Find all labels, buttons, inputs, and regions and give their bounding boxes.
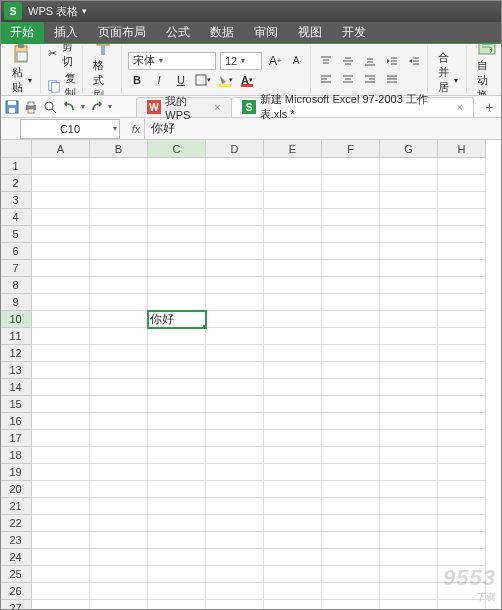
cell-F11[interactable] — [322, 328, 380, 345]
row-header-23[interactable]: 23 — [0, 532, 32, 549]
cell-E15[interactable] — [264, 396, 322, 413]
cell-F25[interactable] — [322, 566, 380, 583]
cell-D5[interactable] — [206, 226, 264, 243]
row-header-26[interactable]: 26 — [0, 583, 32, 600]
cell-A6[interactable] — [32, 243, 90, 260]
cell-F3[interactable] — [322, 192, 380, 209]
row-header-14[interactable]: 14 — [0, 379, 32, 396]
cell-H13[interactable] — [438, 362, 486, 379]
cell-B8[interactable] — [90, 277, 148, 294]
cell-F12[interactable] — [322, 345, 380, 362]
wrap-text-button[interactable]: 自动换 — [473, 44, 501, 96]
cell-E27[interactable] — [264, 600, 322, 610]
cell-H10[interactable] — [438, 311, 486, 328]
cell-F23[interactable] — [322, 532, 380, 549]
cell-G24[interactable] — [380, 549, 438, 566]
cell-B11[interactable] — [90, 328, 148, 345]
cell-A26[interactable] — [32, 583, 90, 600]
cell-G17[interactable] — [380, 430, 438, 447]
cell-B27[interactable] — [90, 600, 148, 610]
cell-D2[interactable] — [206, 175, 264, 192]
cell-C6[interactable] — [148, 243, 206, 260]
cell-C9[interactable] — [148, 294, 206, 311]
cut-button[interactable]: ✂ 剪切 — [47, 44, 78, 69]
cell-B15[interactable] — [90, 396, 148, 413]
cell-G1[interactable] — [380, 158, 438, 175]
cell-E2[interactable] — [264, 175, 322, 192]
cell-C23[interactable] — [148, 532, 206, 549]
indent-increase-button[interactable] — [405, 53, 423, 69]
cell-G16[interactable] — [380, 413, 438, 430]
cell-E11[interactable] — [264, 328, 322, 345]
menu-tab-3[interactable]: 公式 — [156, 22, 200, 43]
cell-H9[interactable] — [438, 294, 486, 311]
decrease-font-button[interactable]: A- — [288, 53, 306, 69]
cell-D6[interactable] — [206, 243, 264, 260]
close-icon[interactable]: × — [456, 101, 462, 113]
cell-B20[interactable] — [90, 481, 148, 498]
cell-C25[interactable] — [148, 566, 206, 583]
menu-tab-2[interactable]: 页面布局 — [88, 22, 156, 43]
col-header-D[interactable]: D — [206, 140, 264, 158]
cell-G11[interactable] — [380, 328, 438, 345]
col-header-G[interactable]: G — [380, 140, 438, 158]
col-header-C[interactable]: C — [148, 140, 206, 158]
cell-E17[interactable] — [264, 430, 322, 447]
cell-H19[interactable] — [438, 464, 486, 481]
row-header-20[interactable]: 20 — [0, 481, 32, 498]
cell-D22[interactable] — [206, 515, 264, 532]
cell-E14[interactable] — [264, 379, 322, 396]
cell-E1[interactable] — [264, 158, 322, 175]
cell-A25[interactable] — [32, 566, 90, 583]
cell-F14[interactable] — [322, 379, 380, 396]
cell-E3[interactable] — [264, 192, 322, 209]
row-header-3[interactable]: 3 — [0, 192, 32, 209]
cell-F7[interactable] — [322, 260, 380, 277]
cell-G20[interactable] — [380, 481, 438, 498]
cell-F9[interactable] — [322, 294, 380, 311]
cell-D23[interactable] — [206, 532, 264, 549]
cell-F26[interactable] — [322, 583, 380, 600]
cell-E4[interactable] — [264, 209, 322, 226]
paste-button[interactable]: 粘贴▾ — [8, 44, 36, 96]
indent-decrease-button[interactable] — [383, 53, 401, 69]
row-header-2[interactable]: 2 — [0, 175, 32, 192]
cell-H14[interactable] — [438, 379, 486, 396]
cell-F15[interactable] — [322, 396, 380, 413]
row-header-25[interactable]: 25 — [0, 566, 32, 583]
cell-D4[interactable] — [206, 209, 264, 226]
menu-tab-0[interactable]: 开始 — [0, 22, 44, 43]
cell-C16[interactable] — [148, 413, 206, 430]
cell-F16[interactable] — [322, 413, 380, 430]
save-icon[interactable] — [4, 99, 19, 115]
cell-C18[interactable] — [148, 447, 206, 464]
cell-H22[interactable] — [438, 515, 486, 532]
font-size-select[interactable]: 12▾ — [220, 52, 262, 70]
font-name-select[interactable]: 宋体▾ — [128, 52, 216, 70]
cell-B4[interactable] — [90, 209, 148, 226]
cell-C8[interactable] — [148, 277, 206, 294]
col-header-A[interactable]: A — [32, 140, 90, 158]
align-right-button[interactable] — [361, 71, 379, 87]
doc-tab-0[interactable]: W我的WPS× — [136, 97, 231, 117]
increase-font-button[interactable]: A+ — [266, 53, 284, 69]
cell-C14[interactable] — [148, 379, 206, 396]
redo-dropdown-icon[interactable]: ▾ — [108, 102, 112, 111]
cell-E18[interactable] — [264, 447, 322, 464]
cell-D17[interactable] — [206, 430, 264, 447]
format-painter-button[interactable]: 格式刷 — [89, 44, 117, 96]
cell-D24[interactable] — [206, 549, 264, 566]
cell-G22[interactable] — [380, 515, 438, 532]
cell-A16[interactable] — [32, 413, 90, 430]
cell-E26[interactable] — [264, 583, 322, 600]
cell-G19[interactable] — [380, 464, 438, 481]
cell-G14[interactable] — [380, 379, 438, 396]
redo-icon[interactable] — [89, 99, 104, 115]
undo-icon[interactable] — [62, 99, 77, 115]
cell-F8[interactable] — [322, 277, 380, 294]
align-top-button[interactable] — [317, 53, 335, 69]
border-button[interactable]: ▾ — [194, 72, 212, 88]
cell-G3[interactable] — [380, 192, 438, 209]
cell-H1[interactable] — [438, 158, 486, 175]
cell-D11[interactable] — [206, 328, 264, 345]
